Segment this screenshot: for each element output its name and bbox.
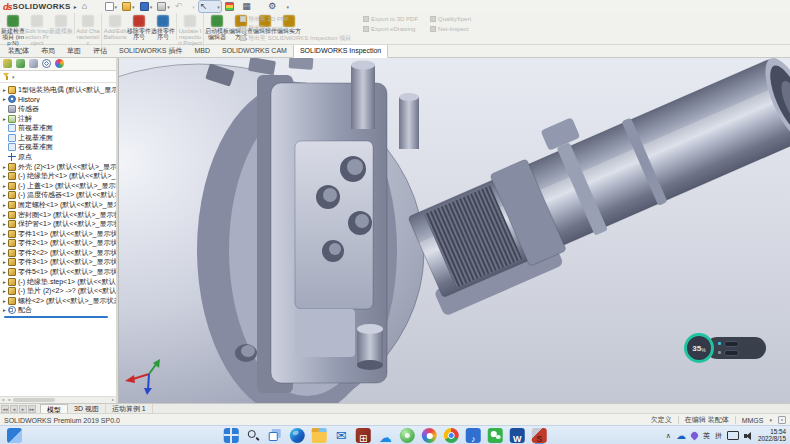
quick-access-expander-icon[interactable]: ▸ [74, 3, 77, 10]
undo-icon[interactable]: ↶▾ [174, 1, 196, 12]
scrollbar-thumb[interactable] [13, 398, 55, 402]
tree-item[interactable]: 右视基准面 [1, 143, 116, 153]
expand-arrow-icon[interactable] [1, 96, 8, 102]
widgets-icon[interactable] [7, 428, 22, 443]
tree-root-item[interactable]: 1型铠装热电偶 (默认<默认_显示状态-1 [1, 85, 116, 95]
ribbon-tab[interactable]: SOLIDWORKS Inspection [293, 44, 388, 58]
expand-arrow-icon[interactable] [1, 192, 8, 198]
graphics-area[interactable]: 35% [119, 57, 790, 403]
tree-item[interactable]: (-) 温度传感器<1> (默认<<默认>_ [1, 191, 116, 201]
tree-item[interactable]: (-) 垫片 (2)<2> ->? (默认<<默认 [1, 286, 116, 296]
taskbar-search-icon[interactable] [245, 426, 262, 444]
new-document-icon[interactable]: ▾ [104, 1, 119, 12]
tag-icon[interactable] [778, 416, 786, 424]
mouse-widget-button[interactable] [724, 341, 739, 347]
select-cursor-icon[interactable]: ↖▾ [199, 1, 221, 12]
propertymanager-icon[interactable] [16, 59, 25, 68]
tree-item[interactable]: 上视基准面 [1, 133, 116, 143]
cloud-drive-icon[interactable] [377, 426, 394, 444]
update-inspection-project-icon[interactable]: Update Inspection Project [178, 13, 204, 47]
export-excel-icon[interactable]: 导出至 Excel [240, 25, 351, 33]
tree-item[interactable]: 零件3<1> (默认<<默认>_显示状 [1, 258, 116, 268]
word-icon[interactable] [509, 426, 526, 444]
print-icon[interactable]: ▾ [156, 1, 171, 12]
cast-display-icon[interactable] [727, 431, 739, 440]
tree-item[interactable]: 密封圈<1> (默认<<默认>_显示状 [1, 210, 116, 220]
expand-arrow-icon[interactable] [1, 298, 8, 304]
configurationmanager-icon[interactable] [29, 59, 38, 68]
red-office-app-icon[interactable] [355, 426, 372, 444]
tree-item[interactable]: 外壳 (2)<1> (默认<<默认>_显示状 [1, 162, 116, 172]
expand-arrow-icon[interactable] [1, 288, 8, 294]
green-browser-icon[interactable] [399, 426, 416, 444]
ribbon-tab[interactable]: 草图 [61, 45, 87, 57]
ribbon-tab[interactable]: MBD [188, 45, 216, 57]
onedrive-icon[interactable] [676, 430, 686, 441]
tree-filter[interactable]: ▾ [0, 71, 116, 83]
tab-scroll-right-icon[interactable]: ▸ [19, 405, 27, 413]
expand-arrow-icon[interactable] [1, 173, 8, 179]
tree-item[interactable]: 保护管<1> (默认<<默认>_显示状 [1, 219, 116, 229]
units-selector[interactable]: MMGS [742, 417, 764, 424]
task-view-icon[interactable] [267, 426, 284, 444]
export-edrawing-icon[interactable]: Export eDrawing [363, 25, 418, 33]
options-gear-icon[interactable]: ⚙▾ [267, 1, 290, 12]
dimxpertmanager-icon[interactable] [42, 59, 51, 68]
tree-item[interactable]: 零件2<2> (默认<<默认>_显示状 [1, 248, 116, 258]
tab-scroll-last-icon[interactable]: ▸▸ [28, 405, 36, 413]
tab-scroll-first-icon[interactable]: ◂◂ [1, 405, 9, 413]
tree-item[interactable]: 注解 [1, 114, 116, 124]
tree-item[interactable]: 固定螺栓<1> (默认<<默认>_显示 [1, 200, 116, 210]
tree-item[interactable]: (-) 绝缘垫片<1> (默认<<默认>_显 [1, 171, 116, 181]
tree-item[interactable]: 零件5<1> (默认<<默认>_显示状 [1, 267, 116, 277]
expand-arrow-icon[interactable] [1, 116, 8, 122]
ribbon-tab[interactable]: SOLIDWORKS 插件 [113, 45, 188, 57]
blue-media-app-icon[interactable] [465, 426, 482, 444]
solidworks-app-icon[interactable] [531, 426, 548, 444]
tree-item[interactable]: 原点 [1, 152, 116, 162]
tree-item[interactable]: 前视基准面 [1, 123, 116, 133]
net-inspect-icon[interactable]: Net-Inspect [430, 25, 471, 33]
expand-arrow-icon[interactable] [1, 259, 8, 265]
add-edit-balloons-icon[interactable]: Add/Edit Balloons [103, 13, 127, 40]
display-pane-icon[interactable]: ▦▾ [241, 1, 264, 12]
tree-item[interactable]: 零件1<1> (默认<<默认>_显示状 [1, 229, 116, 239]
new-inspection-project-icon[interactable]: 新建检查项目 (imp:N) [1, 13, 25, 47]
start-button[interactable] [223, 426, 240, 444]
save-icon[interactable]: ▾ [139, 1, 154, 12]
expand-arrow-icon[interactable] [1, 221, 8, 227]
ime-mode-indicator[interactable]: 拼 [715, 431, 722, 441]
expand-arrow-icon[interactable] [1, 183, 8, 189]
filter-dropdown-icon[interactable]: ▾ [12, 74, 15, 80]
location-icon[interactable] [690, 431, 700, 441]
qualityxpert-icon[interactable]: QualityXpert [430, 15, 471, 23]
export-inspection-project-icon[interactable]: 导出至 SOLIDWORKS Inspection 项目 [240, 34, 351, 42]
add-characteristic-icon[interactable]: Add Characteristic [76, 13, 102, 47]
ribbon-tab[interactable]: 装配体 [2, 45, 35, 57]
mail-icon[interactable] [333, 426, 350, 444]
tree-item[interactable]: (-) 上盖<1> (默认<<默认>_显示状 [1, 181, 116, 191]
open-file-icon[interactable]: ▾ [121, 1, 136, 12]
tab-scroll-left-icon[interactable]: ◂ [10, 405, 18, 413]
expand-arrow-icon[interactable] [1, 212, 8, 218]
zoom-dial[interactable]: 35% [684, 333, 714, 363]
taskbar-clock[interactable]: 15:54 2022/8/15 [758, 429, 786, 443]
units-dropdown-icon[interactable]: ▾ [769, 417, 772, 423]
launch-template-editor-icon[interactable]: 启动模板编辑器 [205, 13, 229, 40]
expand-arrow-icon[interactable] [1, 279, 8, 285]
export-2d-pdf-icon[interactable]: 导出至 2D PDF [240, 15, 351, 23]
expand-arrow-icon[interactable] [1, 240, 8, 246]
export-3d-pdf-icon[interactable]: Export to 3D PDF [363, 15, 418, 23]
ribbon-tab[interactable]: SOLIDWORKS CAM [216, 45, 293, 57]
new-template-icon[interactable]: 新建模板 [49, 13, 75, 34]
speaker-icon[interactable] [744, 431, 753, 440]
expand-arrow-icon[interactable] [1, 87, 8, 93]
edit-inspection-project-icon[interactable]: Edit Inspection Project [25, 13, 49, 47]
file-explorer-icon[interactable] [311, 426, 328, 444]
ribbon-tab[interactable]: 评估 [87, 45, 113, 57]
expand-arrow-icon[interactable] [1, 250, 8, 256]
tray-overflow-icon[interactable] [666, 432, 671, 440]
tree-item[interactable]: (-) 绝缘垫.step<1> (默认<<默认 [1, 277, 116, 287]
tree-item[interactable]: History [1, 95, 116, 105]
tree-item[interactable]: 配合 [1, 306, 116, 316]
